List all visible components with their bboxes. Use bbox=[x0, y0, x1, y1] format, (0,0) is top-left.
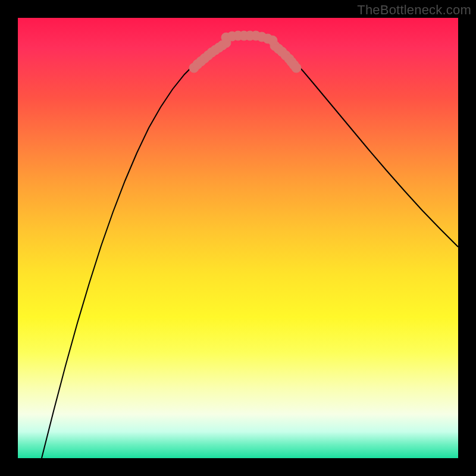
chart-svg bbox=[18, 18, 458, 458]
chart-stage: TheBottleneck.com bbox=[0, 0, 476, 476]
data-point bbox=[292, 63, 301, 73]
right-curve bbox=[249, 36, 458, 247]
plot-area bbox=[18, 18, 458, 458]
left-curve bbox=[42, 36, 249, 458]
watermark-text: TheBottleneck.com bbox=[357, 2, 471, 18]
left-dots-group bbox=[189, 38, 231, 73]
right-dots-group bbox=[270, 41, 301, 73]
data-point bbox=[268, 36, 277, 45]
